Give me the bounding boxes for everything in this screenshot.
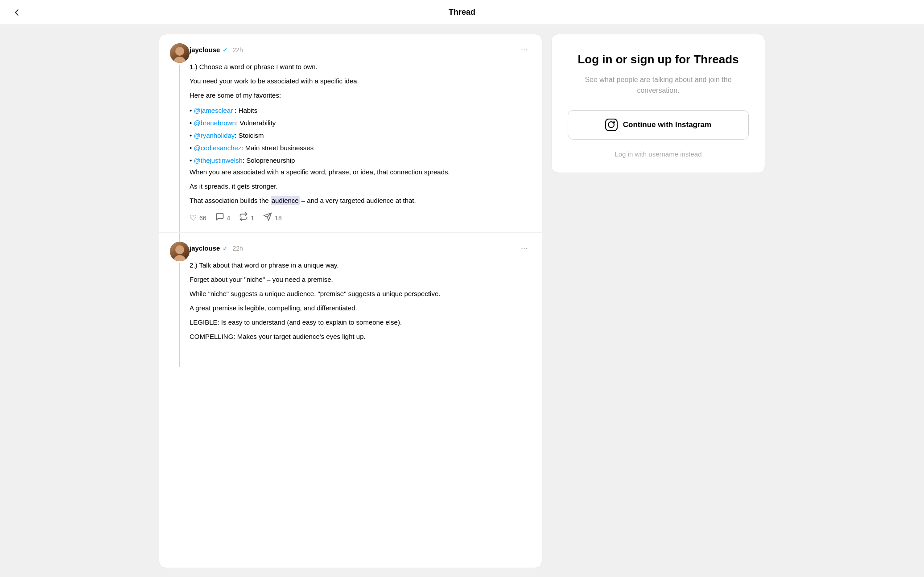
mention-4[interactable]: @codiesanchez [194, 144, 241, 152]
mention-3[interactable]: @ryanholiday [194, 132, 235, 139]
post-1-para5-pre: That association builds the [190, 197, 271, 204]
post-time-2: 22h [232, 245, 243, 252]
post-2-text: 2.) Talk about that word or phrase in a … [190, 260, 531, 342]
more-button-1[interactable]: ··· [517, 43, 531, 56]
post-1-para4: As it spreads, it gets stronger. [190, 181, 531, 192]
share-count-1: 18 [275, 214, 282, 222]
login-card: Log in or sign up for Threads See what p… [551, 34, 765, 173]
post-1-para5-post: – and a very targeted audience at that. [300, 197, 416, 204]
post-2: jayclouse ✓ 22h ··· 2.) Talk about that … [159, 232, 542, 354]
post-1-actions: ♡ 66 4 [190, 212, 531, 223]
post-1: jayclouse ✓ 22h ··· 1.) Choose a word or… [159, 34, 542, 232]
instagram-icon [605, 119, 618, 131]
login-subtitle: See what people are talking about and jo… [568, 74, 749, 96]
mention-item-4: @codiesanchez: Main street businesses [190, 142, 531, 154]
post-2-layout: jayclouse ✓ 22h ··· 2.) Talk about that … [170, 242, 531, 346]
app-container: Thread [0, 0, 924, 577]
post-2-para3: A great premise is legible, compelling, … [190, 303, 531, 313]
back-button[interactable] [9, 4, 25, 21]
comment-icon-1 [215, 212, 224, 223]
instagram-login-button[interactable]: Continue with Instagram [568, 110, 749, 140]
share-button-1[interactable]: 18 [263, 212, 282, 223]
post-1-para3: When you are associated with a specific … [190, 167, 531, 177]
post-1-text: 1.) Choose a word or phrase I want to ow… [190, 62, 531, 206]
comment-count-1: 4 [227, 214, 231, 222]
post-1-header: jayclouse ✓ 22h ··· [190, 43, 531, 56]
post-1-highlighted: audience [271, 196, 300, 205]
post-1-para2: Here are some of my favorites: [190, 90, 531, 101]
thread-line-1 [179, 65, 180, 245]
post-2-content: jayclouse ✓ 22h ··· 2.) Talk about that … [190, 242, 531, 346]
post-2-para1: Forget about your "niche" – you need a p… [190, 274, 531, 285]
verified-badge-2: ✓ [223, 245, 228, 252]
post-2-para5: COMPELLING: Makes your target audience's… [190, 331, 531, 342]
thread-panel: jayclouse ✓ 22h ··· 1.) Choose a word or… [159, 34, 542, 568]
thread-line-container-2 [170, 242, 190, 346]
post-2-header: jayclouse ✓ 22h ··· [190, 242, 531, 255]
post-2-para4: LEGIBLE: Is easy to understand (and easy… [190, 317, 531, 328]
post-2-intro: 2.) Talk about that word or phrase in a … [190, 260, 531, 271]
like-count-1: 66 [199, 214, 206, 222]
mention-5[interactable]: @thejustinwelsh [194, 157, 242, 164]
author-info-2: jayclouse ✓ 22h [190, 244, 243, 252]
repost-count-1: 1 [251, 214, 254, 222]
avatar-2 [170, 242, 190, 261]
post-2-para2: While "niche" suggests a unique audience… [190, 288, 531, 299]
like-button-1[interactable]: ♡ 66 [190, 213, 206, 223]
comment-button-1[interactable]: 4 [215, 212, 231, 223]
post-1-intro: 1.) Choose a word or phrase I want to ow… [190, 62, 531, 72]
mention-2[interactable]: @brenebrown [194, 119, 235, 127]
like-icon-1: ♡ [190, 213, 197, 223]
mention-item-2: @brenebrown: Vulnerability [190, 117, 531, 129]
mention-list: @jamesclear : Habits @brenebrown: Vulner… [190, 104, 531, 167]
author-info-1: jayclouse ✓ 22h [190, 46, 243, 54]
more-button-2[interactable]: ··· [517, 242, 531, 255]
main-layout: jayclouse ✓ 22h ··· 1.) Choose a word or… [150, 25, 774, 577]
post-1-layout: jayclouse ✓ 22h ··· 1.) Choose a word or… [170, 43, 531, 223]
mention-item-1: @jamesclear : Habits [190, 104, 531, 117]
author-name-2: jayclouse [190, 244, 220, 252]
post-1-para5: That association builds the audience – a… [190, 195, 531, 206]
mention-item-5: @thejustinwelsh: Solopreneurship [190, 154, 531, 167]
header: Thread [0, 0, 924, 25]
login-title: Log in or sign up for Threads [568, 52, 749, 67]
header-title: Thread [449, 8, 475, 17]
thread-line-2 [179, 263, 180, 367]
mention-1[interactable]: @jamesclear [194, 107, 233, 114]
verified-badge-1: ✓ [223, 46, 228, 54]
post-time-1: 22h [232, 46, 243, 54]
instagram-btn-label: Continue with Instagram [623, 120, 711, 129]
post-1-para1: You need your work to be associated with… [190, 76, 531, 87]
mention-item-3: @ryanholiday: Stoicism [190, 129, 531, 142]
repost-button-1[interactable]: 1 [239, 212, 254, 223]
author-name-1: jayclouse [190, 46, 220, 54]
post-1-content: jayclouse ✓ 22h ··· 1.) Choose a word or… [190, 43, 531, 223]
repost-icon-1 [239, 212, 248, 223]
alt-login-link[interactable]: Log in with username instead [615, 150, 701, 158]
right-panel: Log in or sign up for Threads See what p… [551, 34, 765, 568]
share-icon-1 [263, 212, 272, 223]
thread-line-container-1 [170, 43, 190, 223]
avatar-1 [170, 43, 190, 63]
